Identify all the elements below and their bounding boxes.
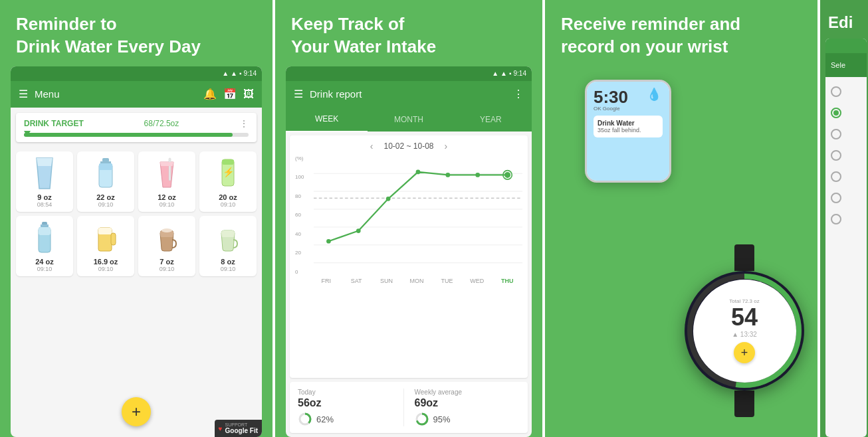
signal-icon: ▲ bbox=[231, 70, 237, 77]
drink-item-bottle-blue[interactable]: 22 oz 09:10 bbox=[77, 151, 134, 212]
watch-sub: ▲ 13:32 bbox=[732, 331, 757, 338]
radio-item-3[interactable] bbox=[831, 146, 861, 165]
drink-item-energy[interactable]: ⚡ 20 oz 09:10 bbox=[199, 151, 257, 212]
today-label: Today bbox=[298, 389, 403, 396]
stat-weekly: Weekly average 69oz 95% bbox=[403, 389, 520, 426]
wifi-icon: ▲ bbox=[222, 70, 229, 77]
panel-wrist: Receive reminder and record on your wris… bbox=[545, 0, 817, 437]
drink-target-value: 68/72.5oz bbox=[144, 119, 179, 128]
calendar-icon[interactable]: 📅 bbox=[223, 88, 237, 100]
tabs-bar: WEEK MONTH YEAR bbox=[286, 108, 532, 131]
y-80: 80 bbox=[295, 193, 311, 199]
weekly-avg-value: 69oz bbox=[415, 397, 520, 409]
weekly-avg-label: Weekly average bbox=[415, 389, 520, 396]
heart-icon: ♥ bbox=[219, 425, 223, 432]
svg-rect-11 bbox=[222, 159, 234, 165]
radio-item-0[interactable] bbox=[831, 82, 861, 101]
drink-item-tea[interactable]: 8 oz 09:10 bbox=[199, 216, 257, 276]
svg-point-31 bbox=[445, 173, 450, 177]
svg-rect-17 bbox=[98, 228, 112, 234]
glass-svg bbox=[33, 157, 56, 190]
more-icon-2[interactable]: ⋮ bbox=[513, 88, 524, 100]
drink-item-beer[interactable]: 16.9 oz 09:10 bbox=[77, 216, 134, 276]
app-bar-title-1: Menu bbox=[35, 88, 197, 100]
chart-prev-arrow[interactable]: ‹ bbox=[370, 141, 374, 151]
drink-target-label: DRINK TARGET bbox=[24, 119, 84, 128]
svg-marker-8 bbox=[160, 162, 173, 166]
bell-icon[interactable]: 🔔 bbox=[203, 88, 217, 100]
chart-area: ‹ 10-02 ~ 10-08 › (%) 100 80 60 40 20 0 bbox=[290, 135, 528, 378]
y-60: 60 bbox=[295, 212, 311, 218]
svg-point-33 bbox=[504, 172, 510, 178]
watch-fab[interactable]: + bbox=[734, 342, 755, 363]
chart-date-range: 10-02 ~ 10-08 bbox=[383, 141, 433, 151]
status-icons-2: ▲ ▲ ▪ 9:14 bbox=[492, 70, 526, 77]
watch-notification: Drink Water 35oz fall behind. bbox=[594, 116, 663, 137]
header2-line2: Your Water Intake bbox=[291, 37, 436, 56]
svg-point-28 bbox=[356, 228, 361, 233]
y-40: 40 bbox=[295, 231, 311, 237]
svg-point-19 bbox=[162, 228, 172, 232]
radio-item-5[interactable] bbox=[831, 189, 861, 207]
app-bar-1: ☰ Menu 🔔 📅 🖼 bbox=[11, 81, 262, 108]
drink-oz-1: 22 oz bbox=[96, 193, 115, 201]
panel4-header-text: Edi bbox=[828, 13, 853, 31]
drink-time-4: 09:10 bbox=[37, 266, 53, 272]
beer-svg bbox=[94, 221, 118, 254]
svg-rect-18 bbox=[111, 233, 116, 245]
watch-big-number: 54 bbox=[731, 306, 758, 329]
watch-fab-label: + bbox=[741, 346, 748, 360]
stats-row: Today 56oz 62% Weekly average 69oz bbox=[290, 382, 528, 433]
energy-icon-area: ⚡ bbox=[213, 155, 243, 192]
more-icon[interactable]: ⋮ bbox=[239, 118, 249, 129]
drink-item-cup-pink[interactable]: 12 oz 09:10 bbox=[138, 151, 195, 212]
round-watch-face: Total 72.3 oz 54 ▲ 13:32 + bbox=[693, 280, 796, 383]
tea-svg bbox=[216, 221, 240, 254]
drink-time-7: 09:10 bbox=[221, 266, 236, 272]
hamburger-icon-2[interactable]: ☰ bbox=[294, 88, 303, 100]
drink-oz-4: 24 oz bbox=[35, 258, 54, 266]
drink-item-glass[interactable]: 9 oz 08:54 bbox=[16, 151, 73, 212]
signal-icon-2: ▲ bbox=[500, 70, 507, 77]
x-wed: WED bbox=[462, 278, 492, 284]
svg-point-29 bbox=[386, 197, 391, 201]
water-bottle-watch-icon: 💧 bbox=[647, 87, 661, 102]
radio-circle-0 bbox=[831, 86, 841, 97]
today-value: 56oz bbox=[298, 397, 403, 409]
tab-week[interactable]: WEEK bbox=[286, 107, 368, 132]
x-axis: FRI SAT SUN MON TUE WED THU bbox=[295, 275, 522, 284]
image-icon[interactable]: 🖼 bbox=[243, 88, 254, 100]
cup-pink-icon-area bbox=[152, 155, 182, 192]
radio-circle-2 bbox=[831, 129, 841, 139]
x-sun: SUN bbox=[372, 278, 401, 284]
add-drink-fab[interactable]: + bbox=[122, 397, 151, 426]
drink-item-water-bottle[interactable]: 24 oz 09:10 bbox=[16, 216, 73, 276]
hamburger-icon[interactable]: ☰ bbox=[19, 88, 28, 100]
y-20: 20 bbox=[295, 250, 311, 256]
drink-oz-3: 20 oz bbox=[219, 193, 237, 201]
notif-title: Drink Water bbox=[597, 120, 659, 127]
weekly-avg-pct: 95% bbox=[433, 414, 451, 424]
chart-next-arrow[interactable]: › bbox=[445, 141, 448, 151]
rect-watch-screen: 5:30 OK Google 💧 Drink Water 35oz fall b… bbox=[587, 82, 669, 181]
coffee-icon-area bbox=[152, 220, 182, 256]
radio-item-1[interactable] bbox=[831, 104, 861, 122]
drink-oz-5: 16.9 oz bbox=[94, 258, 118, 266]
radio-item-4[interactable] bbox=[831, 167, 861, 186]
bottle-blue-icon-area bbox=[91, 155, 121, 192]
svg-text:⚡: ⚡ bbox=[223, 167, 235, 178]
drink-item-coffee[interactable]: 7 oz 09:10 bbox=[138, 216, 195, 276]
panel3-header: Receive reminder and record on your wris… bbox=[545, 0, 817, 66]
radio-circle-3 bbox=[831, 150, 841, 161]
radio-item-6[interactable] bbox=[831, 210, 861, 228]
header-line2: Drink Water Every Day bbox=[16, 37, 201, 56]
watch-band-bottom bbox=[734, 391, 754, 417]
y-0: 0 bbox=[295, 269, 311, 275]
tab-year[interactable]: YEAR bbox=[450, 108, 532, 131]
glass-icon-area bbox=[30, 155, 60, 192]
today-donut bbox=[298, 412, 312, 426]
svg-marker-1 bbox=[37, 158, 53, 166]
radio-item-2[interactable] bbox=[831, 125, 861, 143]
tab-month[interactable]: MONTH bbox=[368, 108, 449, 131]
ok-google-label: OK Google bbox=[594, 106, 663, 112]
